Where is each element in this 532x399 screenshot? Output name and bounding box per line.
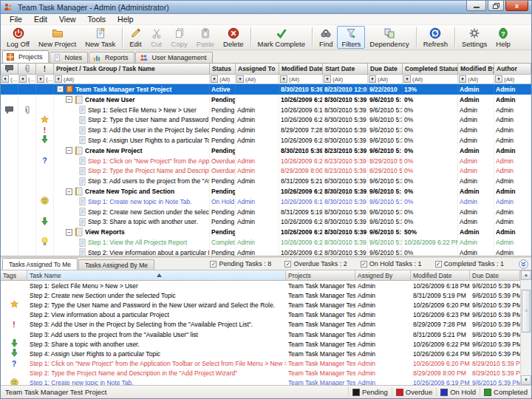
tasks-column-header-modified-date[interactable]: Modified Date bbox=[411, 270, 470, 281]
filter-overdue-tasks[interactable]: ✓Overdue Tasks : 2 bbox=[284, 260, 347, 267]
expand-collapse-box[interactable]: − bbox=[66, 96, 72, 103]
task-group-row[interactable]: −Create New Topic and SectionPending10/2… bbox=[1, 186, 531, 197]
task-list-row[interactable]: Step 4: Assign User Rights to a particul… bbox=[1, 349, 520, 358]
task-row[interactable]: Step 1: View the All Projects ReportComp… bbox=[1, 237, 531, 248]
tasks-column-header-projects[interactable]: Projects bbox=[286, 270, 355, 281]
expand-collapse-box[interactable]: − bbox=[66, 229, 72, 236]
column-header-start-date[interactable]: Start Date bbox=[323, 64, 368, 75]
expand-collapse-box[interactable]: − bbox=[66, 188, 72, 195]
task-row[interactable]: !Step 3: Add the User in the Project by … bbox=[1, 125, 531, 135]
log-off-button[interactable]: Log Off bbox=[2, 26, 34, 49]
column-header-project-task-group-task-name[interactable]: Project / Task Group / Task Name bbox=[54, 64, 210, 75]
task-row[interactable]: Step 1: Select File Menu > New > UserPen… bbox=[1, 105, 531, 115]
menu-item-help[interactable]: Help bbox=[112, 15, 140, 24]
task-group-row[interactable]: −Create New UserPending10/26/2009 6:28/3… bbox=[1, 95, 531, 105]
task-list-row[interactable]: !Step 3: Add the User in the Project by … bbox=[1, 320, 520, 330]
scroll-up-button[interactable]: ▲ bbox=[521, 270, 531, 280]
mark-complete-button[interactable]: Mark Complete bbox=[253, 26, 310, 49]
checkbox-icon[interactable]: ✓ bbox=[210, 261, 216, 267]
restore-button[interactable] bbox=[488, 1, 504, 11]
column-header-comment[interactable] bbox=[1, 64, 18, 75]
column-header-due-date[interactable]: Due Date bbox=[368, 64, 403, 75]
checkbox-icon[interactable]: ✓ bbox=[284, 261, 291, 267]
copy-button[interactable]: Copy bbox=[167, 26, 192, 49]
find-button[interactable]: Find bbox=[315, 26, 337, 49]
settings-button[interactable]: Settings bbox=[457, 26, 491, 49]
filter-dropdown-button[interactable]: ▼ bbox=[236, 75, 244, 83]
tasks-column-header-assigned-by[interactable]: Assigned By bbox=[355, 270, 411, 281]
filter-dropdown-button[interactable]: ▼ bbox=[280, 75, 287, 83]
column-header-status[interactable]: Status bbox=[210, 64, 236, 75]
task-list-row[interactable]: ?Step 1: Click on "New Project" from the… bbox=[1, 359, 520, 369]
task-list-row[interactable]: Step 2: View information about a particu… bbox=[1, 310, 520, 320]
column-header-priority[interactable]: ! bbox=[36, 64, 54, 75]
column-header-modified-date[interactable]: Modified Date bbox=[279, 64, 323, 75]
new-task-button[interactable]: New Task bbox=[81, 26, 120, 49]
tab-reports[interactable]: Reports bbox=[89, 52, 134, 63]
checkbox-icon[interactable]: ✓ bbox=[435, 261, 442, 267]
task-list-row[interactable]: Step 2: Type the Project Name and Descri… bbox=[1, 369, 520, 378]
task-row[interactable]: Step 2: View information about a particu… bbox=[1, 248, 531, 256]
filter-dropdown-button[interactable]: ▼ bbox=[495, 75, 502, 83]
tab-notes[interactable]: Notes bbox=[50, 52, 89, 63]
paste-button[interactable]: Paste bbox=[192, 26, 219, 49]
task-row[interactable]: Step 2: Create new Section under the sel… bbox=[1, 207, 531, 217]
task-list-row[interactable]: Step 2: Create new Section under the sel… bbox=[1, 290, 520, 300]
task-row[interactable]: ?Step 1: Click on "New Project" from the… bbox=[1, 156, 531, 166]
task-list-row[interactable]: Step 1: Create new topic in Note Tab.Tea… bbox=[1, 378, 520, 385]
expand-collapse-box[interactable]: − bbox=[57, 86, 64, 92]
menu-item-file[interactable]: File bbox=[4, 15, 28, 24]
filter-dropdown-button[interactable]: ▼ bbox=[37, 75, 44, 83]
edit-button[interactable]: Edit bbox=[125, 26, 146, 49]
cut-button[interactable]: Cut bbox=[146, 26, 167, 49]
column-header-completed-status[interactable]: Completed Status bbox=[403, 64, 458, 75]
filter-on-hold-tasks[interactable]: ✓On Hold Tasks : 1 bbox=[361, 260, 422, 267]
filter-dropdown-button[interactable]: ▼ bbox=[459, 75, 466, 83]
tab-tasks-assigned-by-me[interactable]: Tasks Assigned By Me bbox=[78, 259, 154, 270]
filter-dropdown-button[interactable]: ▼ bbox=[55, 75, 62, 83]
task-row[interactable]: Step 2: Type the Project Name and Descri… bbox=[1, 166, 531, 177]
expand-collapse-box[interactable]: − bbox=[66, 147, 72, 154]
close-button[interactable]: x bbox=[505, 1, 528, 11]
expand-chevrons-icon[interactable] bbox=[519, 259, 528, 269]
help-button[interactable]: ?Help bbox=[491, 26, 515, 49]
delete-button[interactable]: Delete bbox=[219, 26, 248, 49]
column-header-attachment[interactable] bbox=[18, 64, 36, 75]
refresh-button[interactable]: Refresh bbox=[419, 26, 452, 49]
filter-completed-tasks[interactable]: ✓Completed Tasks : 1 bbox=[435, 260, 504, 267]
new-project-button[interactable]: New Project bbox=[34, 26, 81, 49]
filter-dropdown-button[interactable]: ▼ bbox=[324, 75, 331, 83]
scroll-thumb[interactable]: ≡ bbox=[522, 290, 531, 332]
filter-dropdown-button[interactable]: ▼ bbox=[211, 75, 218, 83]
project-row[interactable]: −Team Task Manager Test ProjectActive8/3… bbox=[1, 84, 531, 95]
filter-dropdown-button[interactable]: ▼ bbox=[369, 75, 376, 83]
filter-dropdown-button[interactable]: ▼ bbox=[1, 75, 9, 83]
filter-pending-tasks[interactable]: ✓Pending Tasks : 8 bbox=[210, 260, 271, 267]
column-header-assigned-to[interactable]: Assigned To bbox=[236, 64, 279, 75]
minimize-button[interactable] bbox=[466, 1, 486, 11]
tasks-scrollbar[interactable]: ▲ ≡ ▼ bbox=[520, 270, 531, 385]
task-row[interactable]: Step 4: Assign User Rights to a particul… bbox=[1, 135, 531, 146]
task-row[interactable]: Step 3: Share a topic with another user.… bbox=[1, 217, 531, 228]
task-row[interactable]: Step 3: Add users to the project from th… bbox=[1, 176, 531, 186]
tab-user-management[interactable]: User Management bbox=[135, 52, 213, 63]
task-list-row[interactable]: Step 2: Type the User Name and Password … bbox=[1, 300, 520, 310]
column-header-modified-by[interactable]: Modified By bbox=[458, 64, 494, 75]
dependency-button[interactable]: Dependency bbox=[365, 26, 413, 49]
tab-tasks-assigned-to-me[interactable]: Tasks Assigned To Me bbox=[2, 258, 78, 270]
tasks-column-header-task-name[interactable]: Task Name bbox=[27, 270, 286, 281]
task-group-row[interactable]: −Create New ProjectPending8/30/2010 5:39… bbox=[1, 146, 531, 156]
task-group-row[interactable]: −View ReportsPending10/26/2009 6:28/30/2… bbox=[1, 227, 531, 237]
task-list-row[interactable]: Step 3: Share a topic with another user.… bbox=[1, 339, 520, 349]
menu-item-view[interactable]: View bbox=[53, 15, 82, 24]
scroll-down-button[interactable]: ▼ bbox=[521, 375, 531, 385]
tasks-column-header-due-date[interactable]: Due Date bbox=[470, 270, 520, 281]
tasks-column-header-tags[interactable]: Tags bbox=[1, 270, 27, 281]
filter-dropdown-button[interactable]: ▼ bbox=[403, 75, 411, 83]
task-list-row[interactable]: Step 1: Select File Menu > New > UserTea… bbox=[1, 281, 520, 290]
task-row[interactable]: Step 2: Type the User Name and Password … bbox=[1, 115, 531, 125]
menu-item-tools[interactable]: Tools bbox=[82, 15, 112, 24]
tab-projects[interactable]: Projects bbox=[2, 50, 49, 63]
column-header-author[interactable]: Author bbox=[494, 64, 531, 75]
filter-dropdown-button[interactable]: ▼ bbox=[19, 75, 27, 83]
